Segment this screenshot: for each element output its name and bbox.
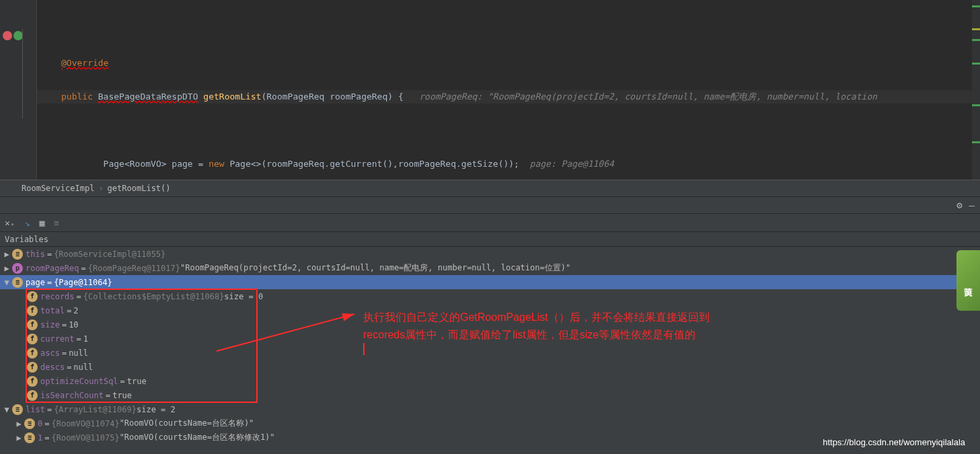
gear-icon[interactable]: ⚙ bbox=[956, 200, 962, 211]
bars-icon[interactable]: ≡ bbox=[54, 218, 59, 228]
var-list-1[interactable]: ▶≡1 = {RoomVO@11075} "RoomVO(courtsName=… bbox=[0, 430, 980, 445]
fold-line bbox=[22, 30, 23, 118]
add-icon[interactable]: ✕₊ bbox=[5, 218, 15, 228]
code-area[interactable]: @Override public BasePageDataRespDTO get… bbox=[37, 3, 980, 180]
annotation-override: @Override bbox=[61, 58, 108, 68]
variables-header: Variables bbox=[0, 232, 980, 247]
variables-tree[interactable]: ▶≡this = {RoomServiceImpl@11055} ▶proomP… bbox=[0, 247, 980, 454]
var-list-0[interactable]: ▶≡0 = {RoomVO@11074} "RoomVO(courtsName=… bbox=[0, 416, 980, 430]
breadcrumb[interactable]: RoomServiceImpl › getRoomList() bbox=[0, 180, 980, 197]
minimize-icon[interactable]: — bbox=[969, 200, 975, 211]
var-records[interactable]: frecords = {Collections$EmptyList@11068}… bbox=[0, 289, 980, 303]
var-total[interactable]: ftotal = 2 bbox=[0, 303, 980, 317]
gutter bbox=[0, 0, 37, 180]
var-roomPageReq[interactable]: ▶proomPageReq = {RoomPageReq@11017} "Roo… bbox=[0, 261, 980, 275]
var-list[interactable]: ▼≡list = {ArrayList@11069} size = 2 bbox=[0, 402, 980, 416]
marker-strip[interactable] bbox=[972, 0, 980, 180]
var-ascs[interactable]: fascs = null bbox=[0, 346, 980, 360]
override-marker-icon[interactable] bbox=[13, 31, 23, 40]
var-current[interactable]: fcurrent = 1 bbox=[0, 332, 980, 346]
breadcrumb-class[interactable]: RoomServiceImpl bbox=[22, 184, 94, 193]
var-descs[interactable]: fdescs = null bbox=[0, 360, 980, 374]
error-marker-icon bbox=[3, 31, 12, 40]
chevron-right-icon: › bbox=[98, 184, 103, 193]
var-this[interactable]: ▶≡this = {RoomServiceImpl@11055} bbox=[0, 247, 980, 261]
var-size[interactable]: fsize = 10 bbox=[0, 317, 980, 332]
var-page[interactable]: ▼≡page = {Page@11064} bbox=[0, 275, 980, 289]
var-isSearchCount[interactable]: fisSearchCount = true bbox=[0, 388, 980, 402]
var-optimizeCountSql[interactable]: foptimizeCountSql = true bbox=[0, 374, 980, 388]
grid-icon[interactable]: ▦ bbox=[39, 218, 44, 228]
debug-panel-toolbar: ⚙ — bbox=[0, 197, 980, 214]
method-declaration: public BasePageDataRespDTO getRoomList(R… bbox=[37, 90, 980, 104]
side-badge[interactable]: 简英设 bbox=[956, 250, 980, 311]
arrow-down-icon[interactable]: ↘ bbox=[25, 218, 30, 228]
breadcrumb-method[interactable]: getRoomList() bbox=[108, 184, 171, 193]
code-editor[interactable]: @Override public BasePageDataRespDTO get… bbox=[0, 0, 980, 180]
variables-toolbar: ✕₊ ↘ ▦ ≡ bbox=[0, 214, 980, 232]
